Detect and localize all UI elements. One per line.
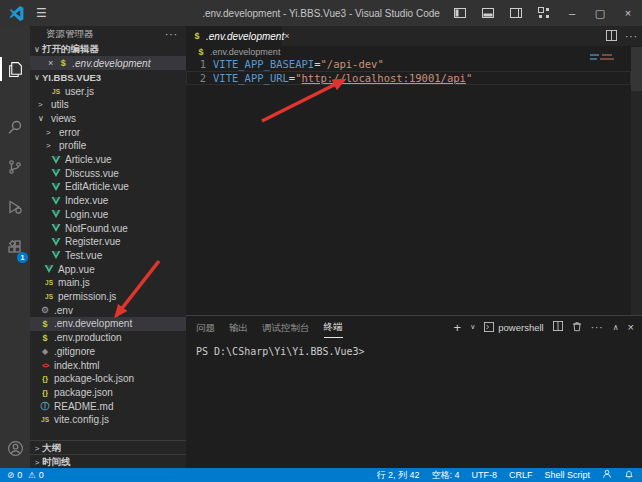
panel-tab-bar: 问题输出调试控制台终端 (196, 316, 343, 338)
line-number: 2 (186, 72, 206, 84)
close-icon[interactable]: × (48, 58, 53, 68)
customize-layout-icon[interactable] (530, 0, 558, 26)
editor-group: $ .env.development × ··· $ .env.developm… (186, 26, 642, 468)
tree-file-package-lock.json[interactable]: {}package-lock.json (30, 372, 186, 386)
open-editor-item[interactable]: × $ .env.development (30, 56, 186, 70)
tree-file-package.json[interactable]: {}package.json (30, 385, 186, 399)
toggle-sidebar-icon[interactable] (446, 0, 474, 26)
open-editors-header[interactable]: ∨ 打开的编辑器 (30, 42, 186, 56)
maximize-panel-icon[interactable]: ∧ (613, 323, 619, 332)
tree-file-.env.production[interactable]: $.env.production (30, 331, 186, 345)
vue-icon (51, 251, 61, 259)
more-actions-icon[interactable]: ··· (625, 31, 638, 42)
tab-env-development[interactable]: $ .env.development × (186, 26, 282, 46)
tree-folder-utils[interactable]: >utils (30, 98, 186, 112)
search-icon[interactable] (0, 113, 30, 141)
notifications-bell-icon[interactable] (624, 469, 634, 481)
extensions-badge: 1 (17, 252, 28, 263)
eol-sequence[interactable]: CRLF (509, 470, 533, 480)
js-icon: JS (44, 293, 54, 300)
tree-folder-error[interactable]: >error (30, 125, 186, 139)
tree-folder-views[interactable]: ∨views (30, 111, 186, 125)
error-icon: ⊘ (7, 470, 14, 480)
vue-icon (51, 197, 61, 205)
outline-section[interactable]: > 大纲 (30, 440, 186, 455)
panel-tab-终端[interactable]: 终端 (324, 316, 343, 338)
run-and-debug-icon[interactable] (0, 193, 30, 221)
bottom-panel: 问题输出调试控制台终端 + ∨ powershell ··· ∧ × PS D:… (186, 315, 642, 468)
sidebar-header: 资源管理器 ··· (30, 26, 186, 42)
sidebar-more-actions-icon[interactable]: ··· (165, 29, 178, 40)
tab-close-icon[interactable]: × (284, 31, 289, 41)
feedback-icon[interactable] (602, 469, 612, 481)
explorer-icon[interactable] (0, 55, 30, 83)
tree-file-.env.development[interactable]: $.env.development (30, 317, 186, 331)
tree-file-App.vue[interactable]: App.vue (30, 262, 186, 276)
language-mode[interactable]: Shell Script (544, 470, 590, 480)
terminal-profile[interactable]: powershell (484, 322, 543, 333)
minimap[interactable] (590, 54, 618, 64)
tree-file-index.html[interactable]: <>index.html (30, 358, 186, 372)
tree-file-NotFound.vue[interactable]: NotFound.vue (30, 221, 186, 235)
maximize-button[interactable]: ▢ (586, 0, 614, 26)
terminal-dropdown-icon[interactable]: ∨ (470, 323, 475, 331)
tree-file-user.js[interactable]: JSuser.js (30, 84, 186, 98)
panel-more-actions-icon[interactable]: ··· (591, 322, 604, 333)
diamond-icon: ◆ (40, 347, 50, 356)
terminal-output[interactable]: PS D:\CSharp\Yi\Yi.BBS.Vue3> (196, 346, 365, 357)
problems-status[interactable]: ⊘ 0 ⚠ 0 (7, 470, 44, 480)
dollar-icon: $ (192, 31, 202, 41)
tree-file-README.md[interactable]: ⓘREADME.md (30, 399, 186, 413)
chevron-down-icon: ∨ (38, 114, 47, 123)
chevron-right-icon: > (46, 128, 55, 137)
dollar-icon: $ (40, 319, 50, 329)
source-control-icon[interactable] (0, 153, 30, 181)
breadcrumb[interactable]: $ .env.development (186, 46, 642, 57)
tree-folder-profile[interactable]: >profile (30, 139, 186, 153)
tree-file-Discuss.vue[interactable]: Discuss.vue (30, 166, 186, 180)
panel-tab-输出[interactable]: 输出 (229, 317, 248, 338)
split-editor-icon[interactable] (606, 27, 617, 45)
timeline-section[interactable]: > 时间线 (30, 454, 186, 469)
tree-file-Login.vue[interactable]: Login.vue (30, 207, 186, 221)
tree-file-.gitignore[interactable]: ◆.gitignore (30, 344, 186, 358)
vue-icon (51, 183, 61, 191)
indentation[interactable]: 空格: 4 (431, 469, 459, 482)
tree-file-Index.vue[interactable]: Index.vue (30, 194, 186, 208)
dollar-icon: $ (58, 58, 68, 68)
panel-tab-调试控制台[interactable]: 调试控制台 (262, 317, 310, 338)
js-icon: JS (40, 416, 50, 423)
html-icon: <> (40, 362, 50, 369)
kill-terminal-icon[interactable] (572, 321, 582, 334)
tree-file-Article.vue[interactable]: Article.vue (30, 153, 186, 167)
close-button[interactable]: × (614, 0, 642, 26)
tree-file-main.js[interactable]: JSmain.js (30, 276, 186, 290)
tree-file-Test.vue[interactable]: Test.vue (30, 248, 186, 262)
vscode-window: ☰ .env.development - Yi.BBS.Vue3 - Visua… (0, 0, 642, 482)
split-terminal-icon[interactable] (553, 321, 563, 333)
minimize-button[interactable]: – (558, 0, 586, 26)
close-panel-icon[interactable]: × (628, 321, 634, 333)
tree-file-permission.js[interactable]: JSpermission.js (30, 290, 186, 304)
toggle-secondary-sidebar-icon[interactable] (502, 0, 530, 26)
tree-file-EditArticle.vue[interactable]: EditArticle.vue (30, 180, 186, 194)
panel-tab-问题[interactable]: 问题 (196, 317, 215, 338)
new-terminal-icon[interactable]: + (454, 320, 462, 335)
warning-icon: ⚠ (28, 470, 36, 480)
account-icon[interactable] (0, 434, 30, 462)
status-bar: ⊘ 0 ⚠ 0 行 2, 列 42 空格: 4 UTF-8 CRLF Shell… (0, 468, 642, 482)
line-number: 1 (186, 58, 206, 70)
code-line-1: 1VITE_APP_BASEAPI="/api-dev" (186, 57, 642, 71)
tree-file-.env[interactable]: ⚙.env (30, 303, 186, 317)
cursor-position[interactable]: 行 2, 列 42 (376, 469, 419, 482)
minimap-slider[interactable] (631, 47, 642, 91)
chevron-down-icon: ∨ (32, 45, 42, 54)
explorer-sidebar: 资源管理器 ··· ∨ 打开的编辑器 × $ .env.development … (30, 26, 186, 468)
tree-file-vite.config.js[interactable]: JSvite.config.js (30, 413, 186, 427)
encoding[interactable]: UTF-8 (471, 470, 497, 480)
tree-file-Register.vue[interactable]: Register.vue (30, 235, 186, 249)
extensions-icon[interactable]: 1 (0, 233, 30, 261)
toggle-panel-icon[interactable] (474, 0, 502, 26)
project-root-header[interactable]: ∨ YI.BBS.VUE3 (30, 70, 186, 84)
dollar-icon: $ (40, 333, 50, 343)
